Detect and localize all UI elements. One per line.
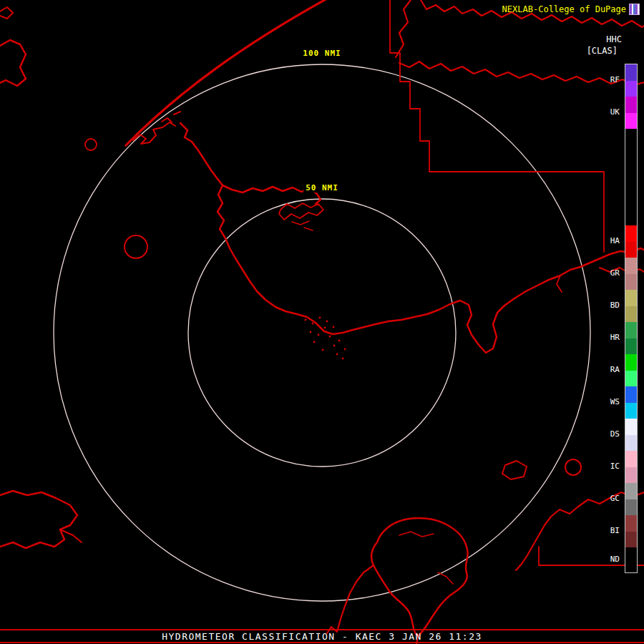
coastlines (0, 0, 644, 644)
legend-label-GC: GC (610, 494, 620, 504)
legend-seg-UK (625, 97, 637, 129)
product-tag: [CLAS] (587, 46, 618, 56)
legend-seg-RF (625, 64, 637, 97)
legend-label-GR: GR (610, 268, 620, 278)
footer-rule-bottom (0, 642, 644, 643)
radar-display: 100 NMI 50 NMI NEXLAB-College of DuPage … (0, 0, 644, 644)
legend-seg-WS (625, 386, 637, 419)
legend-seg-HA (625, 225, 637, 258)
legend-seg-IC (625, 451, 637, 483)
range-ring-label-100nmi: 100 NMI (301, 49, 343, 58)
legend-label-DS: DS (610, 429, 620, 439)
legend-seg-BD (625, 290, 637, 322)
range-ring-100nmi (54, 64, 590, 601)
legend-label-HR: HR (610, 333, 620, 343)
legend-seg-DS (625, 419, 637, 451)
legend-label-UK: UK (610, 107, 620, 117)
legend-seg-gap (625, 129, 637, 225)
legend-label-WS: WS (610, 397, 620, 407)
legend-seg-RA (625, 354, 637, 386)
legend-label-ND: ND (610, 555, 620, 565)
legend-seg-ND (625, 547, 637, 572)
range-ring-label-50nmi: 50 NMI (303, 183, 341, 192)
legend-label-IC: IC (610, 462, 620, 472)
legend-label-RF: RF (610, 75, 620, 85)
legend-colorbar (625, 64, 638, 573)
legend-seg-BI (625, 515, 637, 547)
range-rings (54, 64, 590, 601)
island-specks (305, 317, 346, 360)
product-title: HYDROMETEOR CLASSIFICATION - KAEC 3 JAN … (0, 631, 644, 642)
nexlab-logo-icon (629, 4, 640, 15)
legend-seg-GC (625, 483, 637, 515)
legend-seg-HR (625, 322, 637, 354)
brand-text: NEXLAB-College of DuPage (502, 4, 626, 14)
basemap (0, 0, 644, 644)
footer-rule-top (0, 629, 644, 630)
product-code: HHC (606, 34, 622, 44)
legend-label-BD: BD (610, 301, 620, 311)
legend-label-BI: BI (610, 526, 620, 536)
legend-label-RA: RA (610, 365, 620, 375)
range-ring-50nmi (188, 199, 456, 467)
legend-seg-GR (625, 258, 637, 290)
legend-label-HA: HA (610, 236, 620, 246)
